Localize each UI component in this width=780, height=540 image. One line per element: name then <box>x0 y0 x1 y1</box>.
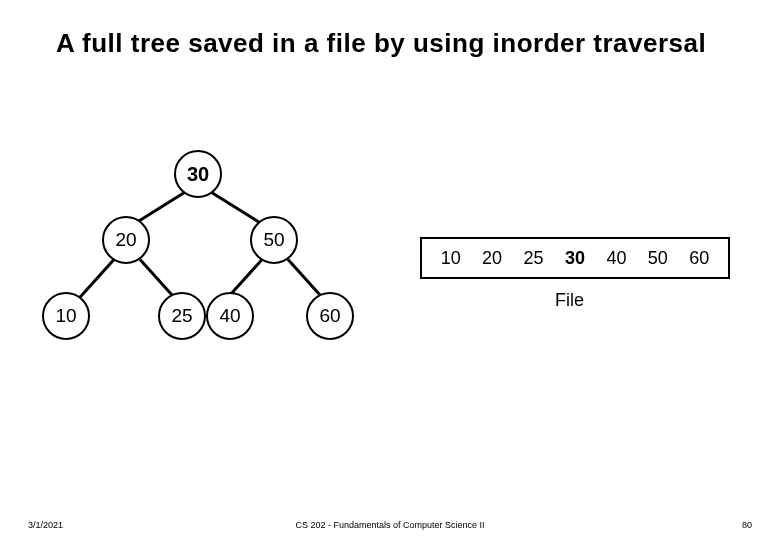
binary-tree: 30 20 50 10 25 40 60 <box>30 150 370 370</box>
tree-node: 10 <box>42 292 90 340</box>
tree-node: 20 <box>102 216 150 264</box>
file-label: File <box>555 290 584 311</box>
tree-node-root: 30 <box>174 150 222 198</box>
file-item: 20 <box>482 248 502 269</box>
tree-node: 25 <box>158 292 206 340</box>
footer-course: CS 202 - Fundamentals of Computer Scienc… <box>295 520 484 530</box>
file-item: 10 <box>441 248 461 269</box>
tree-node: 40 <box>206 292 254 340</box>
file-contents-box: 10 20 25 30 40 50 60 <box>420 237 730 279</box>
footer-date: 3/1/2021 <box>28 520 63 530</box>
footer-page: 80 <box>742 520 752 530</box>
file-item: 50 <box>648 248 668 269</box>
slide-title: A full tree saved in a file by using ino… <box>56 28 706 59</box>
file-item-root: 30 <box>565 248 585 269</box>
file-item: 40 <box>606 248 626 269</box>
tree-node: 50 <box>250 216 298 264</box>
file-item: 25 <box>524 248 544 269</box>
tree-node: 60 <box>306 292 354 340</box>
file-item: 60 <box>689 248 709 269</box>
